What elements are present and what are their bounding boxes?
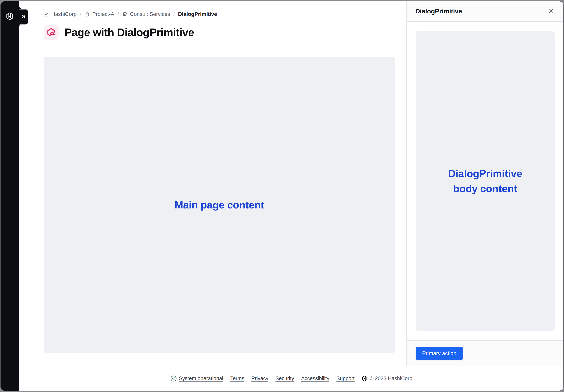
page-header: Page with DialogPrimitive xyxy=(44,25,395,40)
dialog-header: DialogPrimitive xyxy=(407,1,564,22)
check-circle-icon xyxy=(170,375,177,382)
breadcrumb-separator: / xyxy=(80,11,81,17)
dialog-placeholder-line: body content xyxy=(448,181,522,196)
primary-action-button[interactable]: Primary action xyxy=(416,347,463,360)
dialog-footer: Primary action xyxy=(407,340,564,366)
dialog-placeholder-text: DialogPrimitive body content xyxy=(448,166,522,196)
status-label: System operational xyxy=(179,376,223,381)
org-building-icon xyxy=(44,12,49,17)
sidebar-collapsed xyxy=(0,1,19,391)
consul-icon xyxy=(122,12,127,17)
copyright-text: © 2023 HashiCorp xyxy=(370,376,412,381)
footer-link-support[interactable]: Support xyxy=(336,376,354,381)
close-button[interactable] xyxy=(547,7,555,15)
app-footer: System operational Terms Privacy Securit… xyxy=(19,365,564,391)
breadcrumb-label: DialogPrimitive xyxy=(178,11,217,17)
close-icon xyxy=(548,8,554,14)
double-chevron-right-icon: » xyxy=(21,13,26,21)
breadcrumb-separator: / xyxy=(118,11,119,17)
page-title: Page with DialogPrimitive xyxy=(65,26,194,39)
hexagon-gear-icon xyxy=(47,28,56,37)
dialog-body: DialogPrimitive body content xyxy=(407,22,564,340)
footer-link-security[interactable]: Security xyxy=(276,376,294,381)
footer-link-terms[interactable]: Terms xyxy=(230,376,244,381)
breadcrumb-separator: / xyxy=(173,11,175,17)
footer-link-privacy[interactable]: Privacy xyxy=(251,376,268,381)
footer-brand: © 2023 HashiCorp xyxy=(362,376,412,381)
breadcrumb-item-hashicorp[interactable]: HashiCorp xyxy=(44,11,77,17)
footer-link-accessibility[interactable]: Accessibility xyxy=(301,376,329,381)
breadcrumb-item-consul-services[interactable]: Consul: Services xyxy=(122,11,170,17)
system-status-link[interactable]: System operational xyxy=(170,375,223,382)
app-window: » xyxy=(0,1,564,391)
dialog-placeholder-line: DialogPrimitive xyxy=(448,166,522,181)
file-document-icon xyxy=(85,12,90,17)
sidebar-expand-button[interactable]: » xyxy=(19,9,28,25)
page-title-tile xyxy=(44,25,58,40)
breadcrumb-label: Consul: Services xyxy=(130,11,170,17)
dialog-primitive-panel: DialogPrimitive DialogPrimitive body con… xyxy=(407,1,564,366)
breadcrumb-label: HashiCorp xyxy=(51,11,77,17)
dialog-body-placeholder: DialogPrimitive body content xyxy=(416,31,555,331)
breadcrumb-item-current: DialogPrimitive xyxy=(178,11,217,17)
hashicorp-logo xyxy=(362,376,367,381)
breadcrumb-item-project[interactable]: Project-A xyxy=(85,11,114,17)
dialog-title: DialogPrimitive xyxy=(415,7,462,15)
main-content-placeholder: Main page content xyxy=(44,57,395,353)
main-content-area: HashiCorp / Project-A / xyxy=(19,1,407,366)
breadcrumb: HashiCorp / Project-A / xyxy=(44,11,395,17)
sidebar-tab-notch xyxy=(19,6,22,9)
main-placeholder-text: Main page content xyxy=(175,197,264,212)
hashicorp-logo[interactable] xyxy=(6,12,14,20)
breadcrumb-label: Project-A xyxy=(92,11,114,17)
